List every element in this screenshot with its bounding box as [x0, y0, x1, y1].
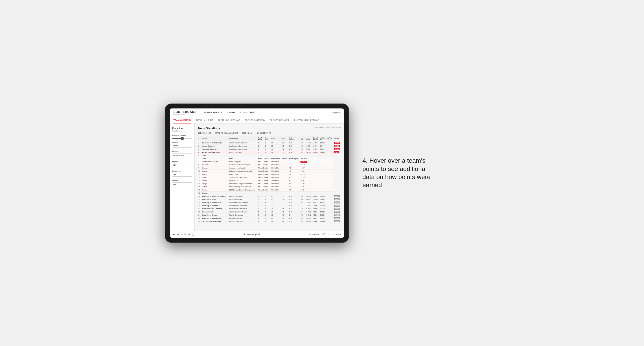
nav-committee[interactable]: COMMITTEE [240, 111, 255, 115]
gender-filter-label: Gender: [198, 132, 205, 134]
prev-button[interactable]: ‹ [181, 233, 182, 236]
col-overall-record: OverallRecord [312, 136, 319, 141]
standings-table: # School Conference ConfRank NoTour Rnds… [198, 136, 341, 223]
min-rounds-slider[interactable] [172, 138, 192, 139]
nav-tournaments[interactable]: TOURNAMENTS [204, 111, 223, 115]
logo-sub: Powered by clipp [174, 114, 197, 115]
table-row: 1 University of North Carolina Atlantic … [198, 141, 341, 144]
feedback-icon: 💬 [322, 233, 325, 235]
scene: SCOREBOARD Powered by clipp TOURNAMENTS … [165, 104, 479, 243]
sign-out-button[interactable]: Sign out [329, 111, 340, 114]
nav-items: TOURNAMENTS TEAMS COMMITTEE [204, 111, 325, 115]
view-label: View: Original [246, 233, 260, 235]
content-header: Team Standings Update time: 13/03/2024 1… [198, 127, 341, 130]
col-wins: Wins [281, 136, 288, 141]
table-row: 19 University of Texas Big 12 Conference… [198, 198, 341, 201]
table-row: 25 University of North Florida ASUN Conf… [198, 216, 341, 220]
table-row: 22 Mississippi State University Southeas… [198, 207, 341, 210]
sidebar-title: Committee [172, 127, 192, 130]
gender-filter: Gender: Men's [198, 132, 211, 134]
region-filter-label: Region: [242, 132, 250, 134]
view-icon: 👁 [244, 233, 246, 235]
col-adj-score: Adj.Score [288, 136, 300, 141]
division-select[interactable]: NCAA Division I [172, 154, 192, 157]
col-low-score: LowScore [305, 136, 312, 141]
tab-player-h2h-grid[interactable]: PLAYER H2H GRID [270, 117, 290, 124]
table-row: 17 Univers... [198, 191, 341, 194]
watch-icon: 👁 [309, 233, 311, 235]
conference-filter-value: All [269, 132, 271, 134]
col-rank: # [198, 136, 201, 141]
popup-data-row: 11 Univers... Copper Cup NCAA Division I… [198, 173, 341, 176]
tab-team-h2h-heatmap[interactable]: TEAM H2H HEATMAP [218, 117, 240, 124]
tab-team-summary[interactable]: TEAM SUMMARY [174, 117, 192, 124]
view-original-button[interactable]: 👁 View: Original [244, 233, 260, 235]
table-row: 3 Vanderbilt University Southeastern Con… [198, 148, 341, 151]
logo: SCOREBOARD Powered by clipp [174, 110, 197, 115]
region-filter-value: All [250, 132, 252, 134]
update-time: Update time: 13/03/2024 10:03:42 [316, 127, 341, 129]
popup-data-row: 7 Arizona State University Celtic Colleg… [198, 160, 341, 163]
tab-player-h2h-heatmap[interactable]: PLAYER H2H HEATMAP [294, 117, 319, 124]
col-avg-sg: Avg.SG [300, 136, 305, 141]
table-header-row: # School Conference ConfRank NoTour Rnds… [198, 136, 341, 141]
popup-header-row: Team Event Event Division Event Type Rou… [198, 157, 341, 160]
share-icon: ↗ [333, 233, 335, 235]
col-conf-rank: ConfRank [258, 136, 264, 141]
toolbar-left: ↩ ↪ ‹ ⧉ ∙∙∙ ⓘ [173, 233, 194, 236]
division-filter-value: NCAA Division I [224, 132, 238, 134]
undo-button[interactable]: ↩ [173, 233, 175, 236]
share-button[interactable]: ↗ Share [333, 233, 341, 235]
comment-button[interactable]: ∙∙∙ [188, 233, 190, 236]
popup-data-row: 14 Georgia Ben Hogan Collegiate Invitati… [198, 182, 341, 185]
content-title: Team Standings [198, 127, 220, 130]
top-nav: SCOREBOARD Powered by clipp TOURNAMENTS … [170, 108, 344, 117]
conference-filter: Conference: All [257, 132, 271, 134]
sidebar-school-label: School [172, 180, 192, 182]
table-row-highlighted[interactable]: 4 Arizona State University Pac-12 Confer… [198, 151, 341, 154]
division-filter: Division: NCAA Division I [216, 132, 238, 134]
content-area: Team Standings Update time: 13/03/2024 1… [194, 124, 344, 231]
col-points: Points [333, 136, 341, 141]
popup-data-row: 13 Univers... Williams Cup NCAA Division… [198, 179, 341, 182]
feedback-button[interactable]: 💬 [322, 233, 325, 235]
school-select[interactable]: (All) [172, 182, 192, 186]
table-row: 21 University of Alabama Southeastern Co… [198, 204, 341, 207]
col-conference: Conference [229, 136, 258, 141]
info-button[interactable]: ⓘ [192, 233, 194, 236]
conference-filter-label: Conference: [257, 132, 268, 134]
table-row: 23 Duke University Atlantic Coast Confer… [198, 210, 341, 213]
tab-player-summary[interactable]: PLAYER SUMMARY [245, 117, 265, 124]
popup-data-row: 8 University Southern Highlands Collegia… [198, 163, 341, 166]
main-content: Committee Portal Review Minimum Rounds G… [170, 124, 344, 231]
division-filter-label: Division: [216, 132, 224, 134]
gender-select[interactable]: Men's [172, 144, 192, 148]
table-row: 20 University of New Mexico Mountain Wes… [198, 201, 341, 204]
col-vs-top50: Vs Top50 [326, 136, 334, 141]
expand-button[interactable]: ⤢ [328, 233, 330, 235]
gender-filter-value: Men's [206, 132, 211, 134]
conference-select[interactable]: (All) [172, 173, 192, 176]
table-row: 2 Auburn University Southeastern Confere… [198, 144, 341, 148]
watch-chevron: ▾ [318, 233, 319, 235]
logo-title: SCOREBOARD [174, 110, 197, 114]
watch-button[interactable]: 👁 Watch ▾ [309, 233, 319, 235]
popup-data-row: 15 East Ter DFCC Fighting Illini Invitat… [198, 185, 341, 188]
sidebar-subtitle: Portal Review [172, 130, 192, 132]
region-filter: Region: All [242, 132, 252, 134]
sidebar-division-label: Division [172, 151, 192, 153]
redo-button[interactable]: ↪ [177, 233, 179, 236]
col-rnds: Rnds [270, 136, 281, 141]
region-select[interactable]: N/A [172, 163, 192, 167]
tab-team-h2h-grid[interactable]: TEAM H2H GRID [196, 117, 214, 124]
tablet-screen: SCOREBOARD Powered by clipp TOURNAMENTS … [170, 108, 344, 238]
nav-teams[interactable]: TEAMS [227, 111, 236, 115]
watch-label: Watch [312, 233, 318, 235]
copy-button[interactable]: ⧉ [184, 233, 186, 236]
popup-data-row: 16 Univers... 2023 Sahalee Players Champ… [198, 188, 341, 191]
col-school: School [201, 136, 229, 141]
tablet-device: SCOREBOARD Powered by clipp TOURNAMENTS … [165, 104, 349, 243]
table-row: 24 University of Oregon Pac-12 Conferenc… [198, 213, 341, 216]
sidebar-region-label: Region [172, 161, 192, 163]
table-row: 26 The Ohio State University Big Ten Con… [198, 220, 341, 223]
